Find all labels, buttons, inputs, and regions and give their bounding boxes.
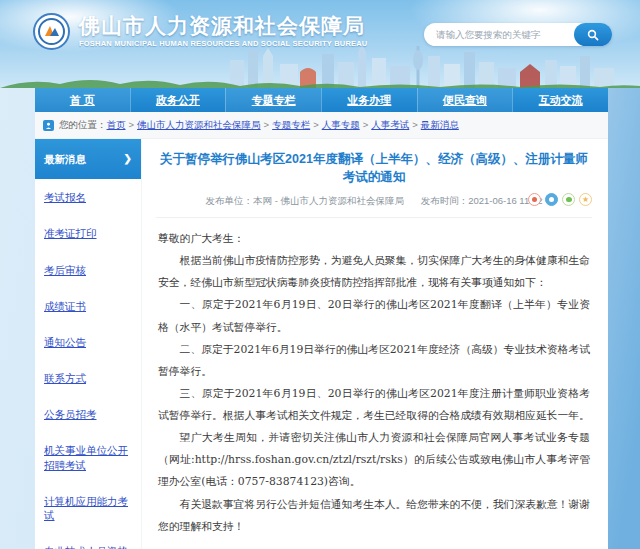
share-wechat-icon[interactable] <box>562 193 575 206</box>
nav-item[interactable]: 业务办理 <box>321 88 417 112</box>
sidebar-item[interactable]: 准考证打印 <box>35 215 141 251</box>
sidebar-item-label: 专业技术人员资格考试 <box>44 544 132 549</box>
breadcrumb-link[interactable]: 佛山市人力资源和社会保障局 <box>137 119 272 132</box>
brand-text: 佛山市人力资源和社会保障局 FOSHAN MUNICIPAL HUMAN RES… <box>79 15 367 48</box>
breadcrumb: 您的位置： 首页佛山市人力资源和社会保障局专题专栏人事专题人事考试最新消息 <box>35 112 608 139</box>
page: 佛山市人力资源和社会保障局 FOSHAN MUNICIPAL HUMAN RES… <box>0 0 640 549</box>
nav-item[interactable]: 政务公开 <box>130 88 226 112</box>
site-title-en: FOSHAN MUNICIPAL HUMAN RESOURCES AND SOC… <box>79 39 367 48</box>
share-weibo-icon[interactable] <box>528 193 541 206</box>
share-buttons: ★ <box>528 193 592 206</box>
article-title: 关于暂停举行佛山考区2021年度翻译（上半年）、经济（高级）、注册计量师考试的通… <box>156 151 592 186</box>
sidebar-menu: 最新消息 考试报名 准考证打印 考后审核 成绩证书 <box>35 139 142 549</box>
sidebar-item[interactable]: 成绩证书 <box>35 288 141 324</box>
article-meta: 发布单位：本网 - 佛山市人力资源和社会保障局 发布时间：2021-06-16 … <box>156 195 592 218</box>
sidebar-item-label: 考后审核 <box>44 263 86 277</box>
breadcrumb-link[interactable]: 人事专题 <box>322 119 372 132</box>
sidebar-item[interactable]: 公务员招考 <box>35 396 141 432</box>
article-paragraph: 根据当前佛山市疫情防控形势，为避免人员聚集，切实保障广大考生的身体健康和生命安全… <box>158 250 590 294</box>
main-nav: 首 页政务公开专题专栏业务办理便民查询互动交流 <box>35 88 608 112</box>
sidebar-item[interactable]: 计算机应用能力考试 <box>35 483 141 533</box>
nav-item[interactable]: 专题专栏 <box>225 88 321 112</box>
breadcrumb-link[interactable]: 人事考试 <box>371 119 421 132</box>
publisher-label: 发布单位：本网 - 佛山市人力资源和社会保障局 <box>206 195 404 206</box>
article-paragraph: 二、原定于2021年6月19日举行的佛山考区2021年度经济（高级）专业技术资格… <box>158 339 590 383</box>
favorite-star-icon[interactable]: ★ <box>579 193 592 206</box>
content-shell: 首 页政务公开专题专栏业务办理便民查询互动交流 您的位置： 首页佛山市人力资源和… <box>35 88 608 549</box>
sidebar-item-label: 成绩证书 <box>44 299 86 313</box>
breadcrumb-link[interactable]: 专题专栏 <box>272 119 322 132</box>
article-paragraph: 望广大考生周知，并请密切关注佛山市人力资源和社会保障局官网人事考试业务专题（网址… <box>158 427 590 493</box>
sidebar-item-label: 通知公告 <box>44 335 86 349</box>
nav-item[interactable]: 便民查询 <box>417 88 513 112</box>
sidebar-item-label: 最新消息 <box>44 152 86 166</box>
sidebar-item[interactable]: 机关事业单位公开招聘考试 <box>35 432 141 482</box>
article-body: 尊敬的广大考生：根据当前佛山市疫情防控形势，为避免人员聚集，切实保障广大考生的身… <box>156 218 592 538</box>
sidebar-item-label: 准考证打印 <box>44 226 97 240</box>
search-bar <box>424 23 612 46</box>
sidebar-item-label: 考试报名 <box>44 190 86 204</box>
article-paragraph: 有关退款事宜将另行公告并短信通知考生本人。给您带来的不便，我们深表歉意！谢谢您的… <box>158 494 590 538</box>
article-paragraph: 三、原定于2021年6月19日、20日举行的佛山考区2021年度注册计量师职业资… <box>158 383 590 427</box>
share-qq-icon[interactable] <box>545 193 558 206</box>
sidebar-item[interactable]: 考试报名 <box>35 179 141 215</box>
search-icon <box>587 29 599 41</box>
nav-item[interactable]: 首 页 <box>35 88 130 112</box>
breadcrumb-prefix: 您的位置： <box>59 119 107 132</box>
site-title: 佛山市人力资源和社会保障局 <box>79 15 367 37</box>
bureau-logo-icon <box>33 13 70 50</box>
content-area: 最新消息 考试报名 准考证打印 考后审核 成绩证书 <box>35 139 608 549</box>
search-button[interactable] <box>574 23 612 46</box>
article-paragraph: 一、原定于2021年6月19日、20日举行的佛山考区2021年度翻译（上半年）专… <box>158 294 590 338</box>
breadcrumb-link[interactable]: 最新消息 <box>421 119 459 132</box>
sidebar-item[interactable]: 考后审核 <box>35 252 141 288</box>
nav-item[interactable]: 互动交流 <box>512 88 608 112</box>
sidebar-item-label: 计算机应用能力考试 <box>44 494 132 522</box>
sidebar-item[interactable]: 通知公告 <box>35 324 141 360</box>
sidebar-item[interactable]: 最新消息 <box>35 139 141 179</box>
breadcrumb-link[interactable]: 首页 <box>107 119 138 132</box>
breadcrumb-links: 首页佛山市人力资源和社会保障局专题专栏人事专题人事考试最新消息 <box>107 119 459 132</box>
sidebar-item[interactable]: 联系方式 <box>35 360 141 396</box>
search-input[interactable] <box>424 29 574 40</box>
article: 关于暂停举行佛山考区2021年度翻译（上半年）、经济（高级）、注册计量师考试的通… <box>142 139 608 549</box>
site-header: 佛山市人力资源和社会保障局 FOSHAN MUNICIPAL HUMAN RES… <box>0 0 640 88</box>
sidebar-item-label: 联系方式 <box>44 371 86 385</box>
location-marker-icon <box>43 120 54 131</box>
publish-time: 发布时间：2021-06-16 11:32 <box>421 195 543 206</box>
article-paragraph: 尊敬的广大考生： <box>158 228 590 250</box>
brand: 佛山市人力资源和社会保障局 FOSHAN MUNICIPAL HUMAN RES… <box>33 13 367 50</box>
sidebar-item-label: 公务员招考 <box>44 407 97 421</box>
sidebar-item-label: 机关事业单位公开招聘考试 <box>44 443 132 471</box>
sidebar-item[interactable]: 专业技术人员资格考试 <box>35 533 141 549</box>
